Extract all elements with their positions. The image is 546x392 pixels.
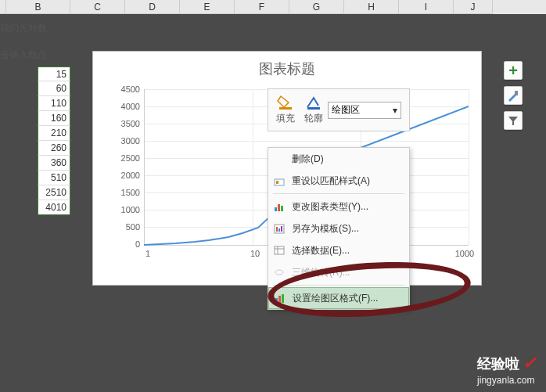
col-header-f[interactable]: F	[235, 0, 289, 14]
col-header-j[interactable]: J	[454, 0, 493, 14]
svg-point-15	[275, 270, 283, 275]
y-tick: 1500	[117, 188, 140, 197]
cell[interactable]: 210	[38, 126, 70, 141]
y-tick: 2000	[117, 171, 140, 180]
svg-rect-9	[276, 227, 278, 232]
svg-rect-3	[275, 179, 284, 185]
cell[interactable]: 360	[38, 156, 70, 171]
y-tick: 4000	[117, 102, 140, 111]
svg-rect-4	[276, 181, 278, 184]
brush-icon	[507, 89, 519, 102]
menu-delete[interactable]: 删除(D)	[268, 148, 409, 170]
menu-format-plot-area[interactable]: 设置绘图区格式(F)...	[268, 287, 409, 309]
mini-toolbar: 填充 轮廓 绘图区	[268, 88, 410, 131]
menu-change-chart-type[interactable]: 更改图表类型(Y)...	[268, 196, 409, 218]
svg-rect-1	[279, 107, 292, 110]
filter-icon	[507, 114, 519, 127]
svg-rect-2	[307, 107, 320, 110]
y-tick: 500	[117, 222, 140, 232]
rotate-3d-icon	[273, 266, 286, 279]
cell[interactable]: 4010	[38, 200, 70, 215]
y-tick: 3500	[117, 119, 140, 128]
instruction-text-2: 击插入散点	[0, 49, 47, 62]
cell[interactable]: 2510	[38, 185, 70, 200]
instruction-text-1: 我们先对数	[0, 22, 47, 35]
col-header-c[interactable]: C	[70, 0, 125, 14]
plus-icon: +	[508, 62, 518, 80]
svg-rect-12	[275, 246, 284, 254]
svg-rect-11	[281, 226, 282, 232]
x-tick: 1	[140, 249, 156, 258]
cell[interactable]: 510	[38, 171, 70, 185]
col-header-i[interactable]: I	[399, 0, 454, 14]
chart-styles-button[interactable]	[504, 86, 523, 105]
col-header-g[interactable]: G	[289, 0, 344, 14]
chart-type-icon	[273, 200, 286, 213]
y-tick: 3000	[117, 136, 140, 146]
col-header-d[interactable]: D	[125, 0, 180, 14]
x-tick: 1000	[449, 249, 480, 258]
reset-icon	[273, 174, 286, 187]
cell[interactable]: 15	[38, 67, 70, 81]
cell[interactable]: 260	[38, 141, 70, 156]
svg-rect-10	[278, 228, 280, 232]
select-data-icon	[273, 244, 286, 257]
fill-icon	[276, 95, 295, 112]
col-header-b[interactable]: B	[6, 0, 70, 14]
fill-button[interactable]: 填充	[271, 95, 300, 125]
col-header-e[interactable]: E	[180, 0, 235, 14]
y-tick: 0	[117, 239, 140, 249]
x-tick: 10	[243, 249, 267, 258]
svg-rect-17	[278, 296, 281, 303]
menu-reset-style[interactable]: 重设以匹配样式(A)	[268, 170, 409, 192]
chart-filter-button[interactable]	[504, 111, 523, 130]
cell[interactable]: 60	[38, 81, 70, 96]
y-tick: 1000	[117, 205, 140, 214]
y-tick: 2500	[117, 153, 140, 163]
format-icon	[274, 292, 286, 304]
svg-rect-5	[275, 207, 277, 211]
chart-title[interactable]: 图表标题	[93, 59, 481, 78]
svg-rect-6	[278, 204, 280, 211]
svg-rect-7	[281, 206, 283, 211]
outline-icon	[304, 95, 323, 112]
svg-rect-18	[282, 294, 284, 303]
check-icon: ✓	[523, 353, 537, 372]
outline-button[interactable]: 轮廓	[300, 95, 328, 125]
watermark: 经验啦 ✓ jingyanla.com	[477, 353, 537, 386]
data-column[interactable]: 15 60 110 160 210 260 360 510 2510 4010	[38, 67, 70, 215]
menu-select-data[interactable]: 选择数据(E)...	[268, 239, 409, 261]
chart-area-dropdown[interactable]: 绘图区	[328, 102, 401, 119]
svg-rect-0	[515, 91, 518, 95]
y-tick: 4500	[117, 85, 140, 94]
context-menu: 删除(D) 重设以匹配样式(A) 更改图表类型(Y)... 另存为模板(S)..…	[268, 147, 410, 310]
cell[interactable]: 110	[38, 96, 70, 111]
menu-save-template[interactable]: 另存为模板(S)...	[268, 218, 409, 239]
menu-3d-rotate[interactable]: 三维旋转(R)...	[268, 261, 409, 283]
template-icon	[273, 222, 286, 235]
chart-elements-button[interactable]: +	[504, 61, 523, 80]
svg-rect-16	[275, 298, 278, 303]
cell[interactable]: 160	[38, 111, 70, 126]
col-header-h[interactable]: H	[344, 0, 399, 14]
